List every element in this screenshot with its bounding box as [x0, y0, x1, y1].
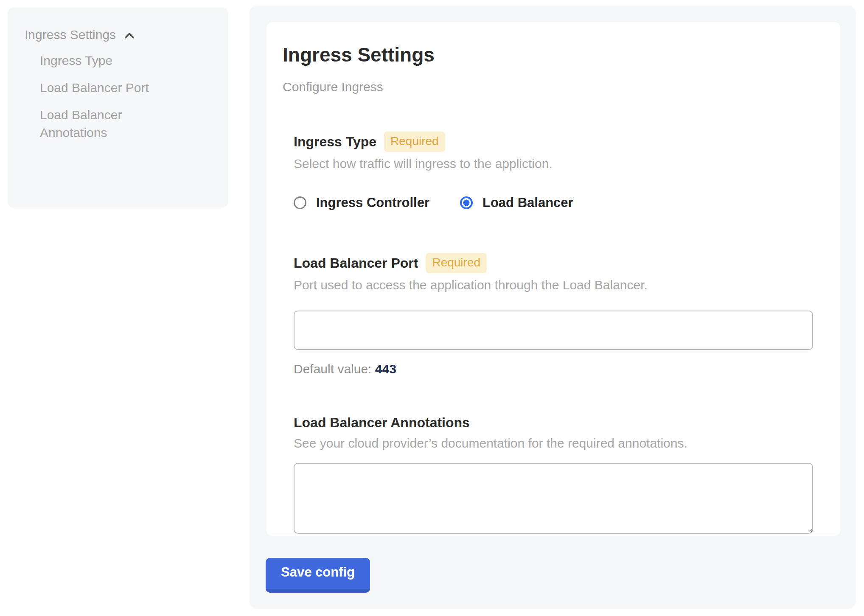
main-panel: Ingress Settings Configure Ingress Ingre…: [250, 6, 856, 609]
lb-annotations-label-row: Load Balancer Annotations: [294, 414, 813, 431]
sidebar-group-label: Ingress Settings: [25, 28, 116, 42]
radio-option-load-balancer[interactable]: Load Balancer: [460, 195, 573, 210]
required-badge: Required: [384, 132, 445, 152]
section-ingress-type: Ingress Type Required Select how traffic…: [294, 132, 813, 210]
ingress-type-label: Ingress Type: [294, 133, 376, 151]
radio-checked-icon[interactable]: [460, 196, 473, 209]
load-balancer-port-input[interactable]: [294, 311, 813, 350]
sidebar-item-load-balancer-annotations[interactable]: Load Balancer Annotations: [40, 106, 167, 142]
radio-unchecked-icon[interactable]: [294, 196, 306, 209]
section-load-balancer-port: Load Balancer Port Required Port used to…: [294, 253, 813, 376]
ingress-type-description: Select how traffic will ingress to the a…: [294, 155, 813, 172]
sidebar-group-ingress-settings[interactable]: Ingress Settings: [25, 27, 216, 42]
ingress-settings-card: Ingress Settings Configure Ingress Ingre…: [266, 22, 840, 536]
sidebar-item-load-balancer-port[interactable]: Load Balancer Port: [40, 79, 167, 97]
lb-port-label-row: Load Balancer Port Required: [294, 253, 813, 273]
page-title: Ingress Settings: [283, 43, 823, 66]
lb-port-description: Port used to access the application thro…: [294, 277, 813, 294]
default-value-line: Default value: 443: [294, 362, 813, 376]
required-badge: Required: [426, 253, 487, 273]
chevron-up-icon: [123, 29, 136, 42]
load-balancer-annotations-textarea[interactable]: [294, 463, 813, 534]
sidebar-item-ingress-type[interactable]: Ingress Type: [40, 52, 167, 70]
settings-nav-sidebar: Ingress Settings Ingress Type Load Balan…: [8, 8, 228, 207]
radio-option-ingress-controller[interactable]: Ingress Controller: [294, 195, 429, 210]
default-value-number: 443: [375, 362, 396, 376]
lb-annotations-label: Load Balancer Annotations: [294, 414, 470, 431]
radio-label-load-balancer: Load Balancer: [482, 195, 573, 210]
ingress-type-label-row: Ingress Type Required: [294, 132, 813, 152]
radio-label-ingress-controller: Ingress Controller: [316, 195, 429, 210]
default-value-label: Default value:: [294, 362, 371, 376]
section-load-balancer-annotations: Load Balancer Annotations See your cloud…: [294, 414, 813, 534]
form-sections: Ingress Type Required Select how traffic…: [294, 132, 813, 534]
ingress-type-radio-group: Ingress Controller Load Balancer: [294, 195, 813, 210]
lb-annotations-description: See your cloud provider’s documentation …: [294, 435, 813, 452]
lb-port-label: Load Balancer Port: [294, 254, 418, 272]
save-config-button[interactable]: Save config: [266, 558, 370, 593]
page-subtitle: Configure Ingress: [283, 78, 823, 96]
